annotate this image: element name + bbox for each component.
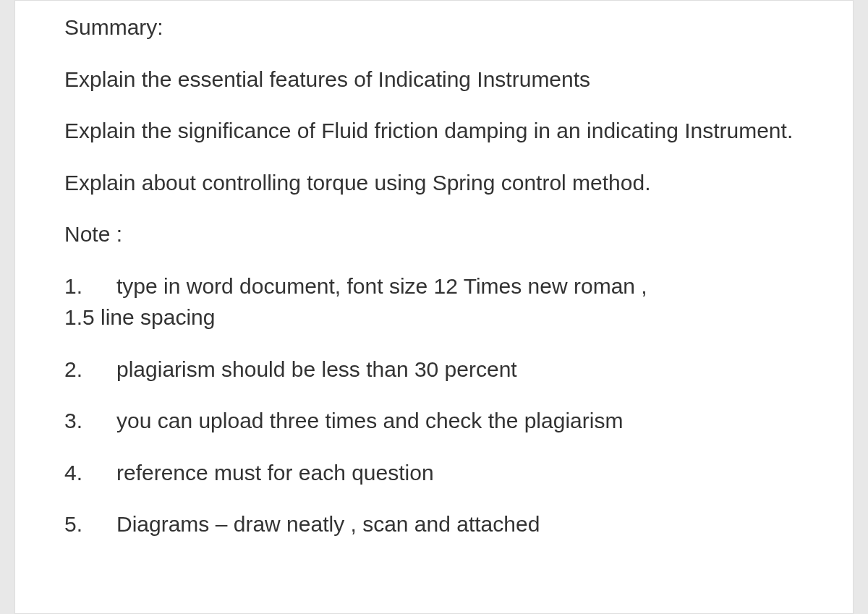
note-number: 4. <box>64 457 116 489</box>
summary-label: Summary: <box>64 12 809 43</box>
note-label: Note : <box>64 218 809 250</box>
note-number: 3. <box>64 405 116 437</box>
note-number: 2. <box>64 354 116 385</box>
note-text: plagiarism should be less than 30 percen… <box>116 354 517 385</box>
note-text: you can upload three times and check the… <box>116 405 623 437</box>
note-item-5: 5. Diagrams – draw neatly , scan and att… <box>64 508 809 540</box>
note-continuation: 1.5 line spacing <box>64 302 809 333</box>
note-item-1: 1.type in word document, font size 12 Ti… <box>64 270 809 333</box>
note-item-2: 2. plagiarism should be less than 30 per… <box>64 354 809 385</box>
paragraph-3: Explain about controlling torque using S… <box>64 167 809 199</box>
paragraph-2: Explain the significance of Fluid fricti… <box>64 115 809 147</box>
note-text: Diagrams – draw neatly , scan and attach… <box>116 508 540 540</box>
note-item-4: 4. reference must for each question <box>64 457 809 489</box>
document-page: Summary: Explain the essential features … <box>14 0 854 614</box>
paragraph-1: Explain the essential features of Indica… <box>64 64 809 95</box>
note-text: reference must for each question <box>116 457 434 489</box>
note-number: 1. <box>64 270 116 302</box>
note-item-3: 3. you can upload three times and check … <box>64 405 809 437</box>
note-text: type in word document, font size 12 Time… <box>116 274 647 298</box>
note-number: 5. <box>64 508 116 540</box>
